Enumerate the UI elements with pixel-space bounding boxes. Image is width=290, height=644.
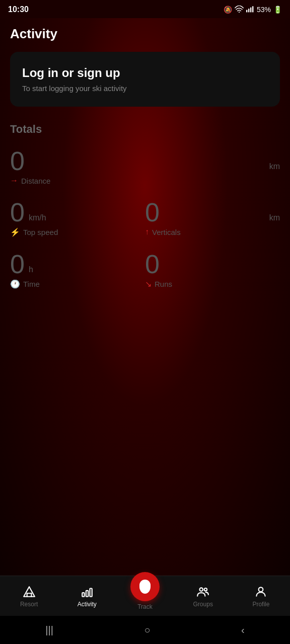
nav-label-resort: Resort — [20, 601, 38, 608]
verticals-label: Verticals — [152, 228, 181, 236]
status-bar: 10:30 🔕 53% 🔋 — [0, 0, 290, 18]
svg-rect-10 — [86, 590, 88, 596]
topspeed-icon: ⚡ — [10, 227, 20, 237]
time-icon: 🕐 — [10, 279, 20, 289]
svg-point-13 — [204, 588, 207, 590]
svg-rect-9 — [82, 593, 84, 597]
bottom-nav: Resort Activity Track Groups — [0, 576, 290, 616]
svg-rect-4 — [252, 6, 253, 12]
nav-item-track[interactable]: Track — [116, 582, 174, 610]
wifi-icon — [235, 6, 244, 14]
runs-stat: 0 ↘ Runs — [145, 251, 280, 289]
svg-point-14 — [259, 587, 263, 592]
login-card[interactable]: Log in or sign up To start logging your … — [10, 52, 280, 107]
distance-value: 0 — [10, 148, 25, 174]
runs-icon: ↘ — [145, 279, 152, 289]
nav-item-resort[interactable]: Resort — [0, 585, 58, 608]
android-back-btn[interactable]: ‹ — [241, 624, 245, 636]
verticals-stat: 0 km ↑ Verticals — [145, 199, 280, 237]
verticals-icon: ↑ — [145, 227, 149, 236]
distance-unit: km — [269, 162, 280, 171]
resort-icon — [22, 585, 36, 599]
login-card-title: Log in or sign up — [22, 66, 268, 80]
time-runs-row: 0 h 🕐 Time 0 ↘ Runs — [10, 251, 280, 289]
svg-marker-5 — [24, 587, 35, 597]
nav-label-track: Track — [137, 603, 153, 610]
track-button-inner — [139, 580, 151, 594]
track-button[interactable] — [130, 572, 160, 601]
time-value: 0 — [10, 251, 25, 277]
time-label: Time — [23, 280, 40, 288]
distance-icon: → — [10, 176, 18, 185]
signal-icon — [246, 6, 254, 14]
totals-section: Totals 0 km → Distance 0 km/h ⚡ — [0, 123, 290, 289]
nav-item-groups[interactable]: Groups — [174, 585, 232, 608]
activity-icon — [80, 585, 94, 599]
groups-icon — [196, 585, 210, 599]
runs-label: Runs — [155, 280, 172, 288]
android-home-btn[interactable]: ○ — [144, 624, 150, 636]
svg-point-12 — [200, 588, 203, 591]
time-unit: h — [29, 265, 33, 274]
svg-rect-11 — [90, 588, 92, 596]
topspeed-stat: 0 km/h ⚡ Top speed — [10, 199, 145, 237]
verticals-unit: km — [269, 213, 280, 222]
topspeed-unit: km/h — [29, 213, 46, 222]
battery-text: 53% — [257, 6, 271, 14]
svg-rect-1 — [246, 10, 247, 12]
main-content: Activity Log in or sign up To start logg… — [0, 18, 290, 576]
nav-label-profile: Profile — [252, 601, 269, 608]
android-menu-btn[interactable]: ||| — [45, 624, 53, 636]
nav-item-activity[interactable]: Activity — [58, 585, 116, 608]
totals-heading: Totals — [10, 123, 280, 136]
profile-icon — [254, 585, 268, 599]
mute-icon: 🔕 — [224, 6, 232, 14]
speed-verticals-row: 0 km/h ⚡ Top speed 0 km ↑ Verticals — [10, 199, 280, 237]
svg-point-0 — [239, 11, 240, 12]
page-title: Activity — [0, 18, 290, 52]
svg-rect-2 — [248, 9, 249, 12]
status-time: 10:30 — [8, 5, 29, 14]
runs-value: 0 — [145, 251, 160, 277]
topspeed-value: 0 — [10, 199, 25, 225]
nav-label-groups: Groups — [193, 601, 213, 608]
nav-item-profile[interactable]: Profile — [232, 585, 290, 608]
distance-label: Distance — [21, 177, 50, 185]
verticals-value: 0 — [145, 199, 160, 225]
distance-stat: 0 km → Distance — [10, 148, 280, 185]
status-icons: 🔕 53% 🔋 — [224, 6, 282, 14]
topspeed-label: Top speed — [23, 228, 58, 236]
android-nav: ||| ○ ‹ — [0, 616, 290, 644]
battery-icon: 🔋 — [273, 6, 282, 14]
nav-label-activity: Activity — [78, 601, 97, 608]
svg-rect-3 — [250, 7, 251, 12]
time-stat: 0 h 🕐 Time — [10, 251, 145, 289]
login-card-subtitle: To start logging your ski activity — [22, 84, 268, 93]
